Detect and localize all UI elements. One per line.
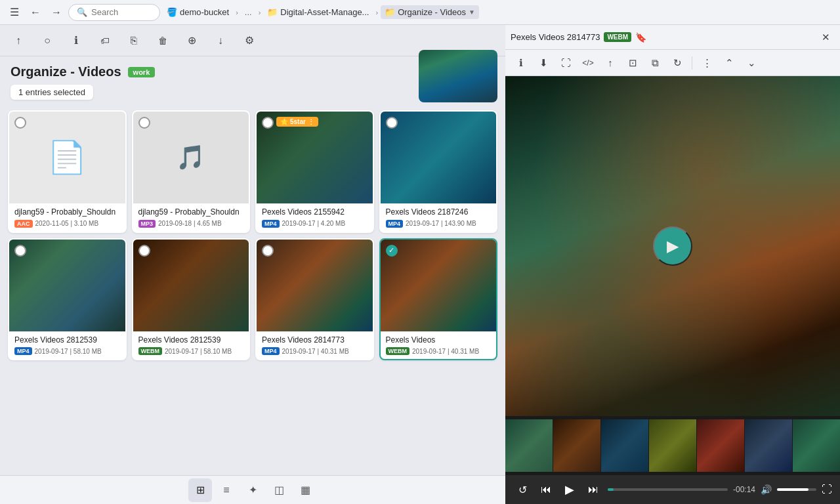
card-meta: MP4 2019-09-17 | 4.20 MB — [262, 220, 368, 228]
file-card[interactable]: 📄 djlang59 - Probably_Shouldn AAC 2020-1… — [8, 110, 127, 233]
card-thumbnail — [9, 240, 125, 331]
breadcrumb-current-label: Organize - Videos — [398, 7, 466, 17]
tag-button[interactable]: 🏷 — [94, 30, 116, 51]
chevron-down-icon: ▼ — [469, 9, 475, 16]
card-name: Pexels Videos 2155942 — [262, 207, 368, 218]
card-meta: MP4 2019-09-17 | 58.10 MB — [14, 347, 120, 355]
upload-button[interactable]: ↑ — [8, 30, 29, 51]
page-header: Organize - Videos work — [0, 56, 505, 85]
back-button[interactable]: ← — [26, 3, 45, 22]
vt-download-button[interactable]: ⬇ — [533, 52, 554, 74]
breadcrumb-folder[interactable]: 📁 Digital-Asset-Manage... — [263, 5, 373, 19]
nav-bar: ☰ ← → 🔍 🪣 demo-bucket › ... › 📁 Digital-… — [0, 0, 840, 25]
card-radio[interactable] — [14, 117, 26, 129]
list-view-button[interactable]: ≡ — [215, 478, 238, 502]
star-icon: ⭐ — [280, 118, 288, 125]
card-radio-selected[interactable] — [386, 245, 398, 257]
vt-more-button[interactable]: ⋮ — [696, 52, 717, 74]
search-input[interactable] — [91, 7, 152, 17]
skip-forward-button[interactable]: ⏭ — [584, 480, 602, 499]
file-card[interactable]: Pexels Videos 2187246 MP4 2019-09-17 | 1… — [379, 110, 498, 233]
card-radio[interactable] — [262, 245, 274, 257]
forward-button[interactable]: → — [47, 3, 66, 22]
vt-info-button[interactable]: ℹ — [511, 52, 532, 74]
video-content: ▶ — [505, 76, 840, 416]
format-badge: WEBM — [386, 347, 410, 355]
star-view-button[interactable]: ✦ — [241, 478, 264, 502]
vt-fullscreen-button[interactable]: ⛶ — [555, 52, 576, 74]
expand-button[interactable]: ⛶ — [822, 484, 832, 495]
file-card[interactable]: Pexels Videos 2814773 MP4 2019-09-17 | 4… — [255, 238, 374, 361]
play-button-overlay[interactable]: ▶ — [653, 226, 692, 266]
breadcrumb-sep-1: › — [236, 9, 238, 16]
right-panel: Pexels Videos 2814773 WEBM 🔖 ✕ ℹ ⬇ ⛶ </>… — [505, 25, 840, 504]
grid-view-button[interactable]: ⊞ — [188, 478, 212, 502]
file-card-selected[interactable]: Pexels Videos WEBM 2019-09-17 | 40.31 MB — [379, 238, 498, 361]
thumb-frame-7 — [793, 419, 840, 472]
card-meta: MP3 2019-09-18 | 4.65 MB — [138, 220, 244, 228]
file-card[interactable]: Pexels Videos 2812539 MP4 2019-09-17 | 5… — [8, 238, 127, 361]
card-thumbnail — [381, 240, 497, 331]
file-card[interactable]: ⭐ 5star ⋮ Pexels Videos 2155942 MP4 2019… — [255, 110, 374, 233]
skip-back-button[interactable]: ⏮ — [537, 480, 555, 499]
circle-button[interactable]: ○ — [37, 30, 58, 51]
file-placeholder-icon: 📄 — [47, 139, 87, 176]
vt-external-button[interactable]: ⧉ — [644, 52, 665, 74]
page-title-area: Organize - Videos work — [10, 64, 155, 79]
bucket-icon: 🪣 — [167, 7, 177, 17]
map-view-button[interactable]: ◫ — [267, 478, 291, 502]
tag-view-button[interactable]: ▦ — [293, 478, 317, 502]
vt-chevron-up-button[interactable]: ⌃ — [719, 52, 740, 74]
close-button[interactable]: ✕ — [816, 28, 835, 47]
card-info: djlang59 - Probably_Shouldn MP3 2019-09-… — [133, 203, 249, 232]
bookmark-icon[interactable]: 🔖 — [635, 32, 646, 43]
progress-fill — [608, 488, 614, 491]
search-box[interactable]: 🔍 — [68, 4, 160, 21]
vt-chevron-down-button[interactable]: ⌄ — [741, 52, 762, 74]
card-radio[interactable] — [138, 245, 150, 257]
card-name: djlang59 - Probably_Shouldn — [14, 207, 120, 218]
volume-icon[interactable]: 🔊 — [761, 484, 772, 495]
card-name: Pexels Videos 2814773 — [262, 335, 368, 346]
card-thumbnail: 🎵 — [133, 112, 249, 203]
breadcrumb-sep-3: › — [375, 9, 378, 16]
card-radio[interactable] — [386, 117, 398, 129]
vt-upload-button[interactable]: ↑ — [600, 52, 621, 74]
file-card[interactable]: Pexels Videos 2812539 WEBM 2019-09-17 | … — [132, 238, 251, 361]
file-card[interactable]: 🎵 djlang59 - Probably_Shouldn MP3 2019-0… — [132, 110, 251, 233]
video-header: Pexels Videos 2814773 WEBM 🔖 ✕ — [505, 25, 840, 50]
breadcrumb-bucket[interactable]: 🪣 demo-bucket — [163, 5, 233, 19]
breadcrumb-current[interactable]: 📁 Organize - Videos ▼ — [381, 5, 479, 19]
card-radio[interactable] — [14, 245, 26, 257]
delete-button[interactable]: 🗑 — [152, 30, 173, 51]
volume-slider[interactable] — [777, 488, 816, 491]
thumb-frame-1 — [505, 419, 553, 472]
video-thumbnail-strip — [505, 416, 840, 475]
card-radio[interactable] — [262, 117, 274, 129]
work-badge: work — [128, 67, 156, 77]
card-date: 2019-09-18 | 4.65 MB — [158, 220, 222, 227]
vt-import-button[interactable]: ⊡ — [622, 52, 643, 74]
card-meta: WEBM 2019-09-17 | 40.31 MB — [386, 347, 492, 355]
current-folder-icon: 📁 — [385, 7, 395, 17]
vt-refresh-button[interactable]: ↻ — [667, 52, 688, 74]
breadcrumb-ellipsis[interactable]: ... — [241, 5, 256, 19]
card-thumbnail — [257, 240, 373, 331]
card-name: Pexels Videos — [386, 335, 492, 346]
content-area: ↑ ○ ℹ 🏷 ⎘ 🗑 ⊕ ↓ ⚙ Organize - Videos work — [0, 25, 840, 504]
breadcrumb-sep-2: › — [259, 9, 261, 16]
card-date: 2019-09-17 | 40.31 MB — [282, 348, 349, 355]
hamburger-menu[interactable]: ☰ — [5, 3, 24, 22]
progress-bar[interactable] — [608, 488, 728, 491]
card-thumbnail: 📄 — [9, 112, 125, 203]
action-button[interactable]: ⊕ — [181, 30, 202, 51]
settings-button[interactable]: ⚙ — [239, 30, 260, 51]
play-pause-button[interactable]: ▶ — [560, 480, 579, 499]
copy-button[interactable]: ⎘ — [123, 30, 144, 51]
restart-button[interactable]: ↺ — [513, 480, 532, 499]
vt-embed-button[interactable]: </> — [578, 52, 598, 74]
info-button[interactable]: ℹ — [66, 30, 87, 51]
card-radio[interactable] — [138, 117, 150, 129]
download-button[interactable]: ↓ — [210, 30, 231, 51]
card-name: djlang59 - Probably_Shouldn — [138, 207, 244, 218]
